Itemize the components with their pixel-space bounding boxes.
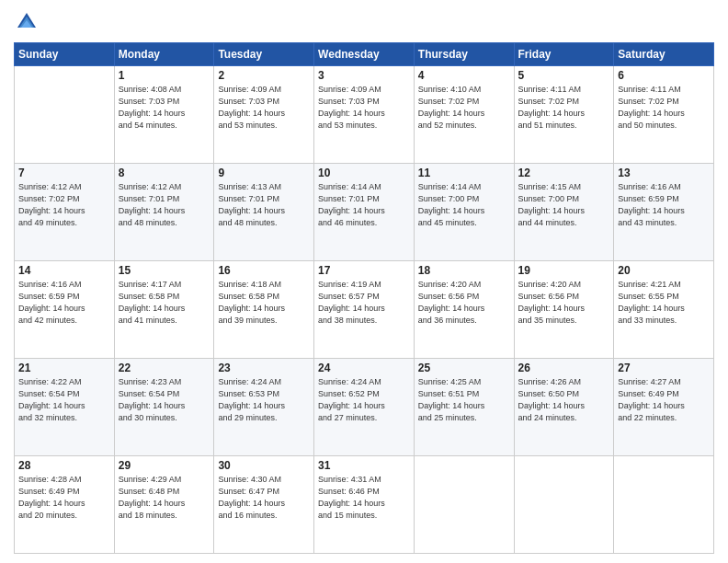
calendar-cell	[414, 456, 514, 554]
day-number: 23	[218, 362, 310, 374]
day-number: 30	[218, 459, 310, 472]
calendar-cell: 30Sunrise: 4:30 AM Sunset: 6:47 PM Dayli…	[214, 456, 314, 554]
day-number: 10	[318, 167, 410, 179]
day-number: 15	[119, 264, 210, 277]
calendar-week-row: 14Sunrise: 4:16 AM Sunset: 6:59 PM Dayli…	[15, 261, 714, 359]
cell-content: Sunrise: 4:14 AM Sunset: 7:01 PM Dayligh…	[318, 181, 410, 229]
calendar-cell: 16Sunrise: 4:18 AM Sunset: 6:58 PM Dayli…	[214, 261, 314, 359]
day-number: 2	[218, 69, 310, 82]
calendar-cell: 19Sunrise: 4:20 AM Sunset: 6:56 PM Dayli…	[514, 261, 614, 359]
day-number: 19	[518, 264, 610, 277]
calendar-cell: 11Sunrise: 4:14 AM Sunset: 7:00 PM Dayli…	[414, 164, 514, 261]
cell-content: Sunrise: 4:19 AM Sunset: 6:57 PM Dayligh…	[318, 279, 410, 327]
day-number: 5	[518, 69, 610, 82]
cell-content: Sunrise: 4:10 AM Sunset: 7:02 PM Dayligh…	[418, 84, 510, 132]
calendar-cell: 3Sunrise: 4:09 AM Sunset: 7:03 PM Daylig…	[314, 66, 415, 164]
calendar-body: 1Sunrise: 4:08 AM Sunset: 7:03 PM Daylig…	[15, 66, 714, 554]
calendar-cell: 7Sunrise: 4:12 AM Sunset: 7:02 PM Daylig…	[15, 164, 115, 261]
calendar-cell: 6Sunrise: 4:11 AM Sunset: 7:02 PM Daylig…	[614, 66, 714, 164]
cell-content: Sunrise: 4:20 AM Sunset: 6:56 PM Dayligh…	[418, 279, 510, 327]
calendar-table: SundayMondayTuesdayWednesdayThursdayFrid…	[14, 42, 714, 554]
calendar-cell: 1Sunrise: 4:08 AM Sunset: 7:03 PM Daylig…	[114, 66, 214, 164]
day-number: 22	[119, 362, 210, 374]
calendar-cell: 9Sunrise: 4:13 AM Sunset: 7:01 PM Daylig…	[214, 164, 314, 261]
calendar-cell	[614, 456, 714, 554]
cell-content: Sunrise: 4:17 AM Sunset: 6:58 PM Dayligh…	[119, 279, 210, 327]
day-number: 26	[518, 362, 610, 374]
calendar-cell: 26Sunrise: 4:26 AM Sunset: 6:50 PM Dayli…	[514, 359, 614, 456]
logo-icon	[14, 9, 40, 35]
header	[14, 9, 714, 35]
day-number: 21	[18, 362, 110, 374]
day-number: 7	[18, 167, 110, 179]
day-number: 16	[218, 264, 310, 277]
day-number: 17	[318, 264, 410, 277]
calendar-cell: 27Sunrise: 4:27 AM Sunset: 6:49 PM Dayli…	[614, 359, 714, 456]
cell-content: Sunrise: 4:24 AM Sunset: 6:52 PM Dayligh…	[318, 376, 410, 424]
calendar-cell: 18Sunrise: 4:20 AM Sunset: 6:56 PM Dayli…	[414, 261, 514, 359]
calendar-cell: 10Sunrise: 4:14 AM Sunset: 7:01 PM Dayli…	[314, 164, 415, 261]
calendar-cell: 22Sunrise: 4:23 AM Sunset: 6:54 PM Dayli…	[114, 359, 214, 456]
calendar-cell: 25Sunrise: 4:25 AM Sunset: 6:51 PM Dayli…	[414, 359, 514, 456]
calendar-cell: 28Sunrise: 4:28 AM Sunset: 6:49 PM Dayli…	[15, 456, 115, 554]
weekday-header: Sunday	[15, 43, 115, 66]
calendar-cell: 21Sunrise: 4:22 AM Sunset: 6:54 PM Dayli…	[15, 359, 115, 456]
calendar-cell: 29Sunrise: 4:29 AM Sunset: 6:48 PM Dayli…	[114, 456, 214, 554]
calendar-cell: 20Sunrise: 4:21 AM Sunset: 6:55 PM Dayli…	[614, 261, 714, 359]
cell-content: Sunrise: 4:31 AM Sunset: 6:46 PM Dayligh…	[318, 474, 410, 522]
calendar-week-row: 7Sunrise: 4:12 AM Sunset: 7:02 PM Daylig…	[15, 164, 714, 261]
calendar-cell: 4Sunrise: 4:10 AM Sunset: 7:02 PM Daylig…	[414, 66, 514, 164]
day-number: 25	[418, 362, 510, 374]
weekday-header: Wednesday	[314, 43, 415, 66]
day-number: 13	[618, 167, 710, 179]
cell-content: Sunrise: 4:11 AM Sunset: 7:02 PM Dayligh…	[518, 84, 610, 132]
cell-content: Sunrise: 4:25 AM Sunset: 6:51 PM Dayligh…	[418, 376, 510, 424]
day-number: 14	[18, 264, 110, 277]
calendar-cell: 31Sunrise: 4:31 AM Sunset: 6:46 PM Dayli…	[314, 456, 415, 554]
cell-content: Sunrise: 4:12 AM Sunset: 7:01 PM Dayligh…	[119, 181, 210, 229]
weekday-header: Thursday	[414, 43, 514, 66]
day-number: 11	[418, 167, 510, 179]
cell-content: Sunrise: 4:28 AM Sunset: 6:49 PM Dayligh…	[18, 474, 110, 522]
cell-content: Sunrise: 4:21 AM Sunset: 6:55 PM Dayligh…	[618, 279, 710, 327]
calendar-cell: 14Sunrise: 4:16 AM Sunset: 6:59 PM Dayli…	[15, 261, 115, 359]
cell-content: Sunrise: 4:13 AM Sunset: 7:01 PM Dayligh…	[218, 181, 310, 229]
weekday-header: Saturday	[614, 43, 714, 66]
cell-content: Sunrise: 4:30 AM Sunset: 6:47 PM Dayligh…	[218, 474, 310, 522]
cell-content: Sunrise: 4:23 AM Sunset: 6:54 PM Dayligh…	[119, 376, 210, 424]
day-number: 18	[418, 264, 510, 277]
day-number: 20	[618, 264, 710, 277]
calendar-cell: 12Sunrise: 4:15 AM Sunset: 7:00 PM Dayli…	[514, 164, 614, 261]
cell-content: Sunrise: 4:08 AM Sunset: 7:03 PM Dayligh…	[119, 84, 210, 132]
calendar-cell: 13Sunrise: 4:16 AM Sunset: 6:59 PM Dayli…	[614, 164, 714, 261]
cell-content: Sunrise: 4:20 AM Sunset: 6:56 PM Dayligh…	[518, 279, 610, 327]
cell-content: Sunrise: 4:16 AM Sunset: 6:59 PM Dayligh…	[618, 181, 710, 229]
day-number: 12	[518, 167, 610, 179]
cell-content: Sunrise: 4:22 AM Sunset: 6:54 PM Dayligh…	[18, 376, 110, 424]
weekday-header: Friday	[514, 43, 614, 66]
cell-content: Sunrise: 4:09 AM Sunset: 7:03 PM Dayligh…	[318, 84, 410, 132]
calendar-cell: 15Sunrise: 4:17 AM Sunset: 6:58 PM Dayli…	[114, 261, 214, 359]
day-number: 29	[119, 459, 210, 472]
day-number: 3	[318, 69, 410, 82]
day-number: 6	[618, 69, 710, 82]
day-number: 28	[18, 459, 110, 472]
calendar-cell: 2Sunrise: 4:09 AM Sunset: 7:03 PM Daylig…	[214, 66, 314, 164]
calendar-header-row: SundayMondayTuesdayWednesdayThursdayFrid…	[15, 43, 714, 66]
cell-content: Sunrise: 4:15 AM Sunset: 7:00 PM Dayligh…	[518, 181, 610, 229]
calendar-cell	[514, 456, 614, 554]
weekday-header: Monday	[114, 43, 214, 66]
calendar-cell: 8Sunrise: 4:12 AM Sunset: 7:01 PM Daylig…	[114, 164, 214, 261]
page: SundayMondayTuesdayWednesdayThursdayFrid…	[0, 0, 728, 563]
day-number: 9	[218, 167, 310, 179]
calendar-cell: 24Sunrise: 4:24 AM Sunset: 6:52 PM Dayli…	[314, 359, 415, 456]
cell-content: Sunrise: 4:26 AM Sunset: 6:50 PM Dayligh…	[518, 376, 610, 424]
calendar-cell: 17Sunrise: 4:19 AM Sunset: 6:57 PM Dayli…	[314, 261, 415, 359]
calendar-cell	[15, 66, 115, 164]
calendar-week-row: 28Sunrise: 4:28 AM Sunset: 6:49 PM Dayli…	[15, 456, 714, 554]
day-number: 24	[318, 362, 410, 374]
day-number: 8	[119, 167, 210, 179]
day-number: 27	[618, 362, 710, 374]
calendar-week-row: 1Sunrise: 4:08 AM Sunset: 7:03 PM Daylig…	[15, 66, 714, 164]
weekday-header: Tuesday	[214, 43, 314, 66]
